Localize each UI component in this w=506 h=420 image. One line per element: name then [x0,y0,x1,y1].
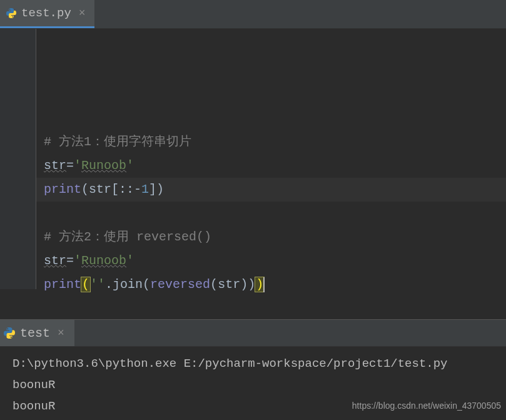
console-output-line: boonuR [13,374,493,396]
watermark-text: https://blog.csdn.net/weixin_43700505 [352,395,501,416]
python-file-icon [6,8,16,18]
code-builtin-print: print [44,182,81,197]
code-number: 1 [141,182,149,197]
code-editor[interactable]: # 方法1：使用字符串切片 str='Runoob' print(str[::-… [0,29,506,289]
text-caret [263,277,265,292]
code-comment: # 方法2：使用 reversed() [44,230,211,244]
editor-gutter [0,29,36,289]
matched-paren-open: ( [81,277,91,292]
console-command-line: D:\python3.6\python.exe E:/pycharm-works… [13,353,493,374]
code-string: Runoob [81,254,126,268]
code-var: str [44,254,66,268]
editor-tab-bar: test.py × [0,0,506,29]
run-console[interactable]: D:\python3.6\python.exe E:/pycharm-works… [0,347,506,420]
code-builtin-print: print [44,277,81,292]
close-icon[interactable]: × [76,7,88,19]
code-comment: # 方法1：使用字符串切片 [44,135,191,149]
code-string: Runoob [81,158,126,173]
code-var: str [44,158,66,173]
python-run-icon [4,327,15,339]
editor-tab-label: test.py [21,6,71,20]
editor-tab-testpy[interactable]: test.py × [0,0,94,28]
code-content-area[interactable]: # 方法1：使用字符串切片 str='Runoob' print(str[::-… [36,29,506,289]
code-builtin-reversed: reversed [150,277,210,292]
